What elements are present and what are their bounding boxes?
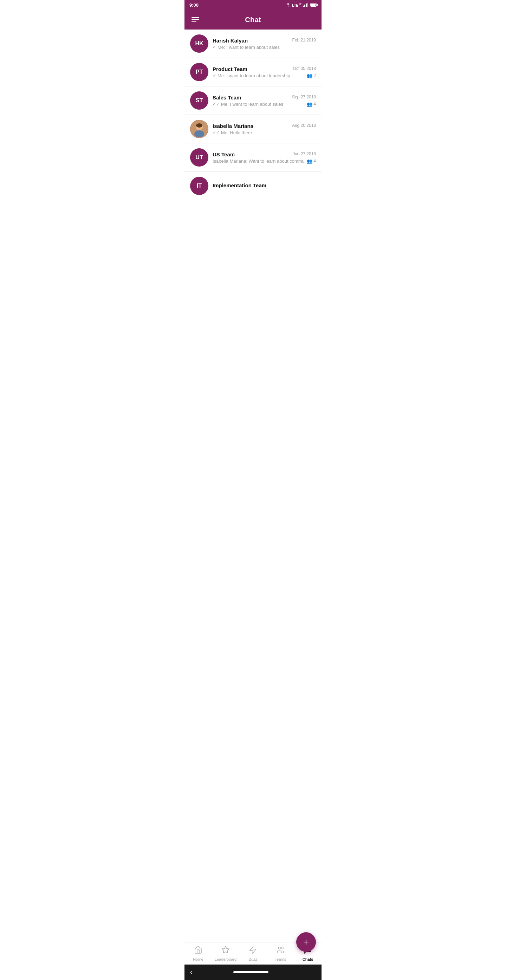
chat-date-product-team: Oct 05,2018 — [293, 66, 316, 71]
members-count: 4 — [313, 102, 316, 107]
chat-name-sales-team: Sales Team — [213, 94, 241, 100]
chat-preview-harish-kalyan: ✓ Me: I want to learn about sales — [213, 45, 316, 50]
chat-name-product-team: Product Team — [213, 66, 247, 72]
avatar-sales-team: ST — [190, 91, 208, 110]
double-check-icon: ✓✓ — [213, 102, 220, 107]
svg-marker-6 — [222, 946, 229, 953]
chat-content-sales-team: Sales TeamSep 27,2018✓✓ Me: I want to le… — [213, 94, 316, 107]
wifi-icon — [286, 3, 291, 7]
nav-label-buzz: Buzz — [249, 957, 257, 961]
nav-label-home: Home — [193, 957, 203, 961]
chat-preview-isabella-mariana: ✓✓ Me: Hello there — [213, 130, 316, 135]
chat-item-implementation-team[interactable]: ITImplementation Team — [185, 172, 321, 200]
group-icon: 👥 — [307, 159, 312, 164]
svg-point-7 — [278, 947, 280, 949]
chat-name-us-team: US Team — [213, 151, 235, 158]
group-icon: 👥 — [307, 73, 312, 78]
teams-icon — [276, 945, 285, 956]
members-badge-sales-team: 👥4 — [307, 102, 316, 107]
home-icon — [194, 945, 202, 956]
battery-icon — [310, 3, 317, 7]
chat-item-harish-kalyan[interactable]: HKHarish KalyanFeb 21,2019✓ Me: I want t… — [185, 30, 321, 58]
chat-item-product-team[interactable]: PTProduct TeamOct 05,2018✓ Me: I want to… — [185, 58, 321, 86]
nav-item-teams[interactable]: Teams — [267, 942, 294, 964]
chat-content-isabella-mariana: Isabella MarianaAug 20,2018✓✓ Me: Hello … — [213, 123, 316, 135]
svg-point-0 — [288, 6, 288, 7]
nav-label-leaderboard: Leaderboard — [215, 957, 237, 961]
chat-preview-sales-team: ✓✓ Me: I want to learn about sales — [213, 102, 304, 107]
buzz-icon — [249, 945, 257, 956]
single-check-icon: ✓ — [213, 45, 216, 49]
avatar-isabella-mariana — [190, 120, 208, 138]
chat-content-harish-kalyan: Harish KalyanFeb 21,2019✓ Me: I want to … — [213, 38, 316, 50]
chat-preview-product-team: ✓ Me: I want to learn about leadership — [213, 73, 304, 78]
status-bar: 9:00 LTE R — [185, 0, 321, 10]
page-title: Chat — [200, 16, 306, 24]
chat-content-implementation-team: Implementation Team — [213, 182, 316, 189]
chat-item-us-team[interactable]: UTUS TeamJun 27,2018Isabella Mariana: Wa… — [185, 143, 321, 172]
chat-item-isabella-mariana[interactable]: Isabella MarianaAug 20,2018✓✓ Me: Hello … — [185, 115, 321, 143]
home-pill[interactable] — [233, 971, 269, 973]
status-time: 9:00 — [189, 2, 199, 8]
new-chat-fab[interactable]: + — [296, 932, 316, 952]
nav-label-chats: Chats — [302, 957, 313, 961]
svg-point-3 — [194, 130, 204, 137]
single-check-icon: ✓ — [213, 73, 216, 78]
signal-bars — [303, 3, 308, 7]
svg-point-8 — [281, 947, 283, 949]
members-count: 2 — [313, 73, 316, 78]
group-icon: 👥 — [307, 102, 312, 107]
chat-name-implementation-team: Implementation Team — [213, 182, 266, 188]
nav-item-leaderboard[interactable]: Leaderboard — [212, 942, 239, 964]
menu-button[interactable] — [190, 16, 200, 24]
chat-preview-us-team: Isabella Mariana: Want to learn about co… — [213, 159, 304, 164]
chat-date-sales-team: Sep 27,2018 — [292, 94, 316, 99]
members-count: 4 — [313, 159, 316, 163]
members-badge-product-team: 👥2 — [307, 73, 316, 78]
chat-list: HKHarish KalyanFeb 21,2019✓ Me: I want t… — [185, 30, 321, 942]
double-check-icon: ✓✓ — [213, 130, 220, 135]
svg-point-5 — [196, 123, 202, 127]
chat-date-harish-kalyan: Feb 21,2019 — [292, 38, 316, 43]
avatar-harish-kalyan: HK — [190, 35, 208, 53]
back-button[interactable]: ‹ — [190, 969, 192, 976]
nav-label-teams: Teams — [275, 957, 286, 961]
chat-name-harish-kalyan: Harish Kalyan — [213, 38, 248, 44]
chat-content-product-team: Product TeamOct 05,2018✓ Me: I want to l… — [213, 66, 316, 78]
chat-item-sales-team[interactable]: STSales TeamSep 27,2018✓✓ Me: I want to … — [185, 86, 321, 115]
avatar-us-team: UT — [190, 148, 208, 167]
chat-date-isabella-mariana: Aug 20,2018 — [292, 123, 316, 128]
chat-date-us-team: Jun 27,2018 — [293, 151, 316, 156]
lte-indicator: LTE R — [292, 2, 301, 7]
leaderboard-icon — [221, 945, 230, 956]
chat-content-us-team: US TeamJun 27,2018Isabella Mariana: Want… — [213, 151, 316, 164]
chat-name-isabella-mariana: Isabella Mariana — [213, 123, 253, 129]
members-badge-us-team: 👥4 — [307, 159, 316, 164]
home-bar: ‹ — [185, 964, 321, 980]
avatar-product-team: PT — [190, 63, 208, 81]
avatar-implementation-team: IT — [190, 177, 208, 195]
nav-item-buzz[interactable]: Buzz — [239, 942, 267, 964]
nav-item-home[interactable]: Home — [185, 942, 212, 964]
app-header: Chat — [185, 10, 321, 30]
status-icons: LTE R — [286, 2, 317, 7]
